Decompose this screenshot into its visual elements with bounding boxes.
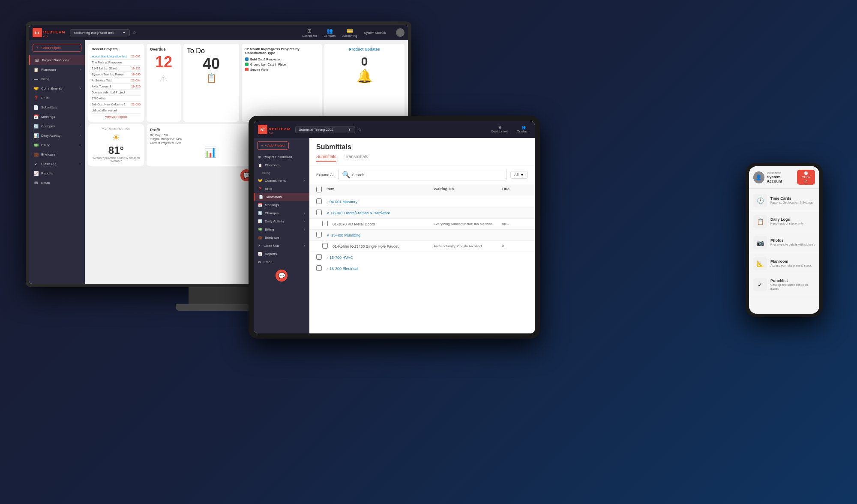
sidebar-item-project-dashboard[interactable]: ⊞ Project Dashboard: [29, 55, 85, 65]
tablet-add-project-button[interactable]: + + Add Project: [257, 141, 289, 150]
filter-dropdown[interactable]: All ▼: [510, 171, 528, 179]
phone-menu-item-timecards[interactable]: 🕐 Time Cards Reports, Geolocation & Sett…: [749, 190, 819, 211]
bell-icon: 🔔: [328, 69, 401, 84]
view-all-projects[interactable]: View All Projects: [92, 115, 141, 118]
col-item-header: Item: [327, 187, 434, 193]
progress-bar-ground-up: Ground Up - Cast-In-Place: [245, 63, 318, 66]
weather-card: Tue, September 13th ☀ 81° Weather provid…: [88, 124, 144, 166]
tablet-nav-dashboard[interactable]: ⊞ Dashboard: [491, 126, 508, 133]
sidebar-item-submittals[interactable]: 📄 Submittals: [29, 102, 85, 112]
row-16-200[interactable]: › 16-200 Electrical: [327, 267, 434, 271]
tablet-nav-contacts[interactable]: 👥 Contac...: [517, 126, 530, 133]
row-checkbox-kd[interactable]: [322, 221, 328, 226]
monitor-nav-contacts[interactable]: 👥 Contacts: [324, 28, 336, 37]
tablet-sidebar-daily-activity[interactable]: 📊 Daily Activity ›: [254, 217, 309, 225]
row-08-001[interactable]: ∨ 08-001 Doors/Frames & Hardware: [327, 211, 434, 215]
bar-color-green: [245, 63, 249, 66]
tablet-sidebar-billing[interactable]: 💵 Billing ›: [254, 225, 309, 234]
row-04-001[interactable]: › 04-001 Masonry: [327, 200, 434, 204]
phone-avatar: 👤: [753, 171, 764, 183]
table-row: ∨ 08-001 Doors/Frames & Hardware: [309, 207, 535, 219]
tablet-sidebar-planroom[interactable]: 📋 Planroom: [254, 161, 309, 169]
daily-logs-title: Daily Logs: [770, 217, 815, 222]
todo-icon: 📋: [187, 73, 236, 83]
tablet-daily-icon: 📊: [258, 219, 262, 223]
mobile-phone: 👤 Welcome System Account 🕐 Clock In 🕐 T: [746, 163, 823, 317]
recent-projects-title: Recent Projects: [92, 47, 141, 51]
tablet-sidebar-billing-small[interactable]: Billing: [254, 169, 309, 177]
sidebar-item-close-out[interactable]: ✓ Close Out ›: [29, 159, 85, 168]
tablet-sidebar-briefcase[interactable]: 💼 Briefcase: [254, 234, 309, 242]
overdue-number: 12: [150, 53, 177, 71]
sidebar-item-daily-activity[interactable]: 📊 Daily Activity ›: [29, 131, 85, 140]
tablet-sidebar-changes[interactable]: 🔄 Changes ›: [254, 209, 309, 217]
sidebar-item-billing[interactable]: 💵 Billing ›: [29, 140, 85, 150]
briefcase-icon: 💼: [33, 152, 39, 157]
row-checkbox-hvac[interactable]: [316, 254, 322, 260]
in-progress-card: 12 Month In-progress Projects by Constru…: [242, 44, 322, 122]
monitor-project-selector[interactable]: accounting integration test ▼: [70, 29, 130, 36]
progress-bar-build-out: Build Out & Renovation: [245, 57, 318, 61]
phone-frame: 👤 Welcome System Account 🕐 Clock In 🕐 T: [746, 163, 823, 317]
sidebar-item-planroom[interactable]: 📋 Planroom ›: [29, 65, 85, 74]
tab-transmittals[interactable]: Transmittals: [345, 154, 368, 162]
row-checkbox-kohler[interactable]: [322, 243, 328, 249]
chevron-commitments-icon: ›: [80, 87, 81, 90]
phone-menu-item-photos[interactable]: 📷 Photos Preserve site details with pict…: [749, 232, 819, 253]
contacts-icon: 👥: [327, 28, 333, 34]
reports-icon: 📈: [33, 171, 39, 176]
tablet-sidebar-commitments[interactable]: 🤝 Commitments ›: [254, 177, 309, 185]
tablet-logo: RT REDTEAM GO: [258, 124, 291, 135]
tablet-star[interactable]: ☆: [358, 127, 362, 132]
monitor-nav-dashboard[interactable]: ⊞ Dashboard: [302, 28, 317, 37]
sidebar-item-briefcase[interactable]: 💼 Briefcase: [29, 150, 85, 159]
col-waiting-header: Waiting On: [434, 187, 502, 193]
sidebar-item-commitments[interactable]: 🤝 Commitments ›: [29, 84, 85, 93]
weather-date: Tue, September 13th: [92, 128, 141, 131]
project-row: AI Service Test 21-004: [92, 78, 141, 84]
row-checkbox-doors[interactable]: [316, 210, 322, 215]
project-row: The Flats at Pinegrove: [92, 60, 141, 66]
sidebar-item-email[interactable]: ✉ Email: [29, 178, 85, 187]
sidebar-item-meetings[interactable]: 📅 Meetings: [29, 112, 85, 121]
sidebar-item-changes[interactable]: 🔄 Changes ›: [29, 121, 85, 131]
phone-menu-item-punchlist[interactable]: ✓ Punchlist Catalog and share condition …: [749, 274, 819, 295]
tablet-sidebar-submittals[interactable]: 📄 Submittals: [254, 193, 309, 201]
row-checkbox-masonry[interactable]: [316, 198, 322, 204]
row-checkbox-electrical[interactable]: [316, 265, 322, 271]
chevron-closeout2-icon: ›: [304, 244, 305, 248]
monitor-nav-accounting[interactable]: 💳 Accounting: [342, 28, 357, 37]
tablet-sidebar-meetings[interactable]: 📅 Meetings: [254, 201, 309, 209]
sidebar-item-rfis[interactable]: ❓ RFIs: [29, 93, 85, 102]
todo-title: To Do: [187, 47, 236, 55]
project-dashboard-icon: ⊞: [34, 57, 39, 63]
tablet-sidebar-close-out[interactable]: ✓ Close Out ›: [254, 242, 309, 250]
tablet-commit-icon: 🤝: [258, 179, 262, 183]
monitor-star[interactable]: ☆: [132, 30, 136, 35]
tab-submittals[interactable]: Submittals: [316, 154, 336, 162]
tablet-sidebar-rfis[interactable]: ❓ RFIs: [254, 185, 309, 193]
planroom-menu-icon: 📐: [753, 257, 767, 270]
daily-logs-desc: Keep track of site activity: [770, 222, 815, 225]
row-checkbox-plumbing[interactable]: [316, 232, 322, 237]
bar-color-red: [245, 68, 249, 71]
search-input[interactable]: [352, 173, 503, 177]
clock-in-button[interactable]: 🕐 Clock In: [797, 170, 815, 185]
tablet-chat-fab[interactable]: 💬: [276, 270, 288, 282]
row-15-400[interactable]: ∨ 15-400 Plumbing: [327, 233, 434, 237]
billing-small-icon: —: [33, 76, 39, 81]
project-row: Job Cost New Columns 2 22-606: [92, 102, 141, 108]
tablet-sidebar-project-dashboard[interactable]: ⊞ Project Dashboard: [254, 153, 309, 161]
tablet-sidebar-email[interactable]: ✉ Email: [254, 258, 309, 266]
tablet-project-selector[interactable]: Submittal Testing 2022 ▼: [295, 126, 355, 133]
sidebar-item-billing-small[interactable]: — Billing: [29, 74, 85, 84]
select-all-checkbox[interactable]: [316, 187, 322, 192]
phone-menu-item-daily-logs[interactable]: 📋 Daily Logs Keep track of site activity: [749, 211, 819, 232]
monitor-add-project-button[interactable]: + + Add Project: [33, 44, 81, 52]
tablet-sidebar-reports[interactable]: 📈 Reports: [254, 250, 309, 258]
sidebar-item-reports[interactable]: 📈 Reports: [29, 168, 85, 178]
phone-menu-item-planroom[interactable]: 📐 Planroom Access your site plans & spec…: [749, 253, 819, 274]
expand-all-button[interactable]: Expand All: [316, 173, 335, 177]
tablet-pd-icon: ⊞: [258, 155, 261, 159]
row-15-700[interactable]: › 15-700 HVAC: [327, 255, 434, 260]
